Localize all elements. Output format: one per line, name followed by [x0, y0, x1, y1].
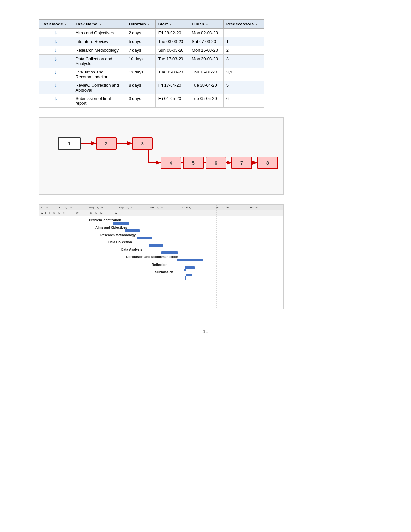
task-start-cell: Tue 31-03-20: [155, 68, 189, 81]
task-start-cell: Fri 17-04-20: [155, 81, 189, 94]
task-name-cell: Data Collection and Analysis: [73, 55, 126, 68]
task-predecessors-cell: 5: [223, 81, 264, 94]
svg-text:1: 1: [68, 141, 71, 146]
task-mode-icon: ⇓: [54, 48, 58, 53]
task-name-cell: Research Methodology: [73, 46, 126, 55]
svg-text:S: S: [58, 211, 60, 214]
task-duration-cell: 2 days: [126, 29, 155, 37]
svg-text:Reflection: Reflection: [152, 263, 167, 266]
table-row: ⇓Review, Correction and Approval8 daysFr…: [39, 81, 264, 94]
svg-text:M: M: [63, 211, 65, 214]
task-duration-cell: 13 days: [126, 68, 155, 81]
svg-rect-57: [137, 237, 152, 239]
task-mode-icon: ⇓: [54, 70, 58, 75]
task-start-cell: Fri 01-05-20: [155, 94, 189, 108]
task-name-cell: Aims and Objectives: [73, 29, 126, 37]
task-predecessors-cell: 2: [223, 46, 264, 55]
svg-text:4: 4: [170, 160, 172, 166]
svg-text:7: 7: [240, 160, 243, 166]
task-name-cell: Evaluation and Recommendetion: [73, 68, 126, 81]
task-mode-icon: ⇓: [54, 96, 58, 101]
network-section: 1 2 3 4 5 6 7 8: [39, 117, 284, 195]
task-duration-cell: 7 days: [126, 46, 155, 55]
svg-text:Jan 12, '20: Jan 12, '20: [215, 206, 229, 209]
svg-text:W: W: [76, 211, 79, 214]
task-start-cell: Sun 08-03-20: [155, 46, 189, 55]
task-duration-cell: 3 days: [126, 94, 155, 108]
svg-text:S: S: [90, 211, 92, 214]
svg-text:T: T: [108, 211, 110, 214]
svg-text:T: T: [81, 211, 83, 214]
svg-rect-53: [113, 222, 129, 225]
task-finish-cell: Thu 16-04-20: [189, 68, 224, 81]
svg-text:Aug 25, '19: Aug 25, '19: [89, 206, 103, 209]
svg-text:F: F: [49, 211, 51, 214]
svg-text:S: S: [53, 211, 55, 214]
task-mode-cell: ⇓: [39, 37, 73, 46]
svg-rect-55: [125, 229, 140, 232]
task-start-cell: Tue 03-03-20: [155, 37, 189, 46]
task-name-cell: Literature Review: [73, 37, 126, 46]
task-predecessors-cell: 6: [223, 94, 264, 108]
svg-text:Submission: Submission: [155, 270, 173, 274]
task-finish-cell: Sat 07-03-20: [189, 37, 224, 46]
svg-rect-61: [161, 251, 178, 254]
svg-text:T: T: [71, 211, 73, 214]
svg-text:Nov 3, '19: Nov 3, '19: [150, 206, 163, 209]
svg-text:M: M: [100, 211, 103, 214]
svg-text:Dec 8, '19: Dec 8, '19: [182, 206, 195, 209]
svg-text:Data Analysis: Data Analysis: [121, 248, 142, 251]
svg-text:6, '19: 6, '19: [41, 206, 48, 209]
svg-text:6: 6: [215, 160, 217, 166]
svg-text:T: T: [45, 211, 46, 214]
col-header-duration: Duration ▼: [126, 20, 155, 29]
task-mode-icon: ⇓: [54, 56, 58, 62]
svg-text:Research Methodology: Research Methodology: [100, 233, 136, 237]
task-predecessors-cell: 3: [223, 55, 264, 68]
col-header-start: Start ▼: [155, 20, 189, 29]
task-table: Task Mode ▼ Task Name ▼ Duration ▼ Start…: [39, 19, 264, 108]
svg-rect-25: [39, 210, 284, 216]
svg-text:5: 5: [192, 160, 195, 166]
task-mode-cell: ⇓: [39, 94, 73, 108]
svg-text:3: 3: [141, 141, 144, 146]
page-number: 11: [39, 329, 372, 334]
svg-rect-59: [149, 244, 163, 247]
network-diagram: 1 2 3 4 5 6 7 8: [49, 124, 287, 189]
task-finish-cell: Tue 28-04-20: [189, 81, 224, 94]
task-duration-cell: 5 days: [126, 37, 155, 46]
svg-rect-68: [186, 274, 192, 276]
svg-text:Aims and Objectives: Aims and Objectives: [95, 226, 127, 229]
svg-text:2: 2: [105, 141, 108, 146]
task-predecessors-cell: 3,4: [223, 68, 264, 81]
page-container: Task Mode ▼ Task Name ▼ Duration ▼ Start…: [0, 0, 411, 532]
task-mode-cell: ⇓: [39, 81, 73, 94]
table-row: ⇓Literature Review5 daysTue 03-03-20Sat …: [39, 37, 264, 46]
task-mode-cell: ⇓: [39, 46, 73, 55]
svg-rect-65: [185, 266, 195, 269]
svg-text:Jul 21, '19: Jul 21, '19: [58, 206, 72, 209]
task-name-cell: Submission of final report: [73, 94, 126, 108]
task-mode-cell: ⇓: [39, 55, 73, 68]
task-mode-icon: ⇓: [54, 39, 58, 44]
task-finish-cell: Mon 16-03-20: [189, 46, 224, 55]
svg-text:Conclusion and Recommendetion: Conclusion and Recommendetion: [126, 255, 178, 259]
svg-text:W: W: [41, 211, 43, 214]
svg-text:Feb 16, ': Feb 16, ': [249, 206, 260, 209]
table-row: ⇓Evaluation and Recommendetion13 daysTue…: [39, 68, 264, 81]
task-start-cell: Fri 28-02-20: [155, 29, 189, 37]
table-section: Task Mode ▼ Task Name ▼ Duration ▼ Start…: [39, 19, 372, 108]
table-row: ⇓Aims and Objectives2 daysFri 28-02-20Mo…: [39, 29, 264, 37]
task-mode-icon: ⇓: [54, 30, 58, 35]
task-predecessors-cell: [223, 29, 264, 37]
task-mode-cell: ⇓: [39, 68, 73, 81]
svg-text:S: S: [95, 211, 97, 214]
col-header-finish: Finish ▼: [189, 20, 224, 29]
task-mode-cell: ⇓: [39, 29, 73, 37]
table-row: ⇓Data Collection and Analysis10 daysTue …: [39, 55, 264, 68]
svg-point-66: [184, 269, 186, 271]
table-row: ⇓Submission of final report3 daysFri 01-…: [39, 94, 264, 108]
task-duration-cell: 8 days: [126, 81, 155, 94]
task-finish-cell: Tue 05-05-20: [189, 94, 224, 108]
task-duration-cell: 10 days: [126, 55, 155, 68]
